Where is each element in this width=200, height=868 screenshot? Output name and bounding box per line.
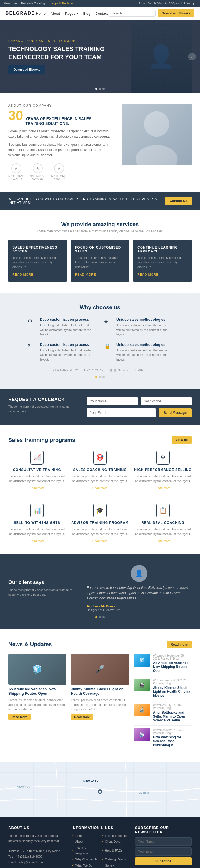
- partner-logo-4: it well: [133, 369, 148, 372]
- program-icon-6: 📋: [156, 503, 170, 518]
- news-btn-2[interactable]: Read More: [71, 714, 93, 720]
- footer-link-home[interactable]: ✓ Home: [72, 833, 98, 839]
- test-dot-3[interactable]: [103, 616, 105, 618]
- about-label: ABOUT OUR COMPANY: [8, 104, 113, 107]
- footer-address: Address: 123 Street Name, City Name: [8, 848, 65, 854]
- hero-dot-2[interactable]: [99, 88, 101, 90]
- program-link-2[interactable]: Read more: [92, 486, 108, 490]
- service-link-2[interactable]: READ MORE: [75, 273, 96, 276]
- hero-download-button[interactable]: Download Ebooks: [8, 65, 45, 74]
- testimonials-section: Our client says These men promptly escap…: [0, 554, 200, 629]
- callback-name-input[interactable]: [87, 397, 138, 405]
- view-all-button[interactable]: View all: [172, 436, 192, 444]
- why-item-title-2: Unique sales methodologies: [116, 317, 172, 321]
- award-icon-2: ★: [33, 163, 43, 173]
- nav-about[interactable]: About: [50, 11, 60, 16]
- test-dot-1[interactable]: [95, 616, 97, 618]
- service-desc-3: These men is promptly escaped from that …: [137, 255, 188, 270]
- test-dot-2[interactable]: [99, 616, 101, 618]
- why-item-title-4: Unique sales methodologies: [116, 342, 172, 347]
- news-section: News & Updates Read more 🧊 As Arctic Ice…: [0, 629, 200, 762]
- news-list-image-4: 📡: [133, 728, 150, 741]
- contact-us-button[interactable]: Contact Us: [165, 197, 192, 205]
- program-link-3[interactable]: Read more: [155, 486, 170, 490]
- nav-pages[interactable]: Pages ▾: [65, 11, 78, 16]
- why-dot-3[interactable]: [103, 376, 105, 378]
- newsletter-email-input[interactable]: [135, 847, 192, 856]
- program-title-4: SELLING WITH INSIGHTS: [8, 521, 66, 525]
- social-linkedin[interactable]: in: [187, 1, 190, 5]
- callback-email-input[interactable]: [87, 408, 156, 417]
- news-title: News & Updates: [8, 641, 52, 648]
- callback-phone-input[interactable]: [141, 397, 192, 405]
- hero-next-arrow[interactable]: ›: [188, 53, 196, 60]
- send-message-button[interactable]: Send Message: [159, 408, 192, 417]
- footer-link-videos[interactable]: ✓ Training Videos: [102, 857, 128, 862]
- svg-text:BROOKLYN: BROOKLYN: [17, 786, 30, 788]
- footer-link-client-days[interactable]: ✓ Client Days: [102, 839, 128, 845]
- footer-newsletter: SUBSCRIBE OUR NEWSLETTER Subscribe: [135, 826, 192, 868]
- why-item-desc-4: It is a long established fact that reade…: [116, 348, 172, 362]
- news-title-2: Jimmy Kimmel Sheds Light on Health Cover…: [71, 687, 129, 696]
- nav-blog[interactable]: Blog: [83, 11, 90, 16]
- program-icon-5: 🎓: [93, 503, 107, 518]
- why-dot-2[interactable]: [99, 376, 101, 378]
- hero-dot-1[interactable]: [95, 88, 97, 90]
- why-item-desc-1: It is a long established fact that reade…: [40, 323, 96, 337]
- partner-logo-1: PARTNER & CO: [52, 369, 79, 372]
- news-btn-1[interactable]: Read More: [8, 714, 31, 720]
- hero-dot-3[interactable]: [103, 88, 105, 90]
- footer-links: INFORMATION LINKS ✓ Home ✓ Entrepreneurs…: [72, 826, 128, 868]
- program-link-6[interactable]: Read more: [155, 539, 170, 542]
- footer-link-why[interactable]: ✓ Why Choose Us: [72, 857, 98, 862]
- banner-section: WE CAN HELP YOU WITH YOUR SALES AND TRAI…: [0, 192, 200, 210]
- footer-link-entrepreneurship[interactable]: ✓ Entrepreneurship: [102, 833, 128, 839]
- program-desc-3: It is a long established fact that reade…: [134, 474, 192, 483]
- program-link-4[interactable]: Read more: [30, 539, 44, 542]
- hours-text: Mon - Sat: 9:00am to 6:00pm: [139, 2, 178, 5]
- social-google[interactable]: g+: [192, 1, 196, 5]
- newsletter-name-input[interactable]: [135, 837, 192, 846]
- news-list-item-1: 🧊 Written on September 08, 2021, Posted …: [133, 654, 192, 676]
- subscribe-button[interactable]: Subscribe: [135, 858, 192, 865]
- footer-link-gallery[interactable]: ✓ Gallery: [102, 863, 128, 868]
- callback-title: REQUEST A CALLBACK: [8, 397, 78, 402]
- testimonial-quote: Eaerque ipsum bors nunes fugats untlas. …: [87, 585, 192, 601]
- svg-text:NEW YORK: NEW YORK: [83, 780, 99, 783]
- footer-link-help[interactable]: ✓ Help & FAQs: [102, 845, 128, 856]
- service-card-3: CONTINUE LEARNING APPROACH These men is …: [133, 240, 192, 282]
- service-link-3[interactable]: READ MORE: [137, 273, 159, 276]
- hero-title: TECHNOLOGY SALES TRAINING ENGINEERED FOR…: [8, 45, 108, 61]
- program-link-1[interactable]: Read more: [30, 486, 44, 490]
- footer-newsletter-title: SUBSCRIBE OUR NEWSLETTER: [135, 826, 192, 834]
- why-item-desc-2: It is a long established fact that reade…: [116, 323, 172, 337]
- footer-link-training[interactable]: ✓ Training Programs: [72, 845, 98, 856]
- news-side-title-4: How Watching for Science Ross Publishing…: [153, 735, 192, 747]
- footer-links-title: INFORMATION LINKS: [72, 826, 128, 830]
- service-title-1: SALES EFFECTIVENESS SYSTEM: [12, 246, 63, 253]
- news-side-title-2: Jimmy Kimmel Sheds Light on Health Cinem…: [153, 686, 192, 698]
- why-dot-1[interactable]: [95, 376, 97, 378]
- news-desc-1: Lorem ipsum dolor sit amet, consectetur …: [8, 698, 67, 712]
- partner-logo-2: BROADWAY: [84, 369, 104, 372]
- news-read-more-button[interactable]: Read more: [167, 641, 192, 648]
- svg-text:QUEENS: QUEENS: [139, 792, 150, 794]
- login-register-link[interactable]: Login & Register: [50, 2, 73, 5]
- news-side-list: 🧊 Written on September 08, 2021, Posted …: [133, 654, 192, 750]
- why-item-title-1: Deep customization process: [40, 317, 96, 321]
- nav-contact[interactable]: Contact: [95, 11, 108, 16]
- why-item-3: ↻ Deep customization process It is a lon…: [28, 342, 96, 362]
- search-input[interactable]: [109, 10, 156, 17]
- hero-subtitle: ENHANCE YOUR SALES PERFORMANCE: [8, 39, 108, 42]
- program-link-5[interactable]: Read more: [92, 539, 108, 542]
- social-facebook[interactable]: f: [184, 1, 185, 5]
- footer-link-about[interactable]: ✓ About: [72, 839, 98, 845]
- award-2: ★ NATIONALAWARD: [30, 163, 46, 181]
- footer-email: Email: hello@example.com: [8, 860, 65, 865]
- social-twitter[interactable]: t: [181, 1, 182, 5]
- footer-about: ABOUT US These men promptly escaped from…: [8, 826, 65, 868]
- download-ebooks-button[interactable]: Download Ebooks: [158, 9, 194, 17]
- service-link-1[interactable]: READ MORE: [12, 273, 34, 276]
- footer-link-what[interactable]: ✓ What We Do: [72, 863, 98, 868]
- nav-home[interactable]: Home: [36, 11, 46, 16]
